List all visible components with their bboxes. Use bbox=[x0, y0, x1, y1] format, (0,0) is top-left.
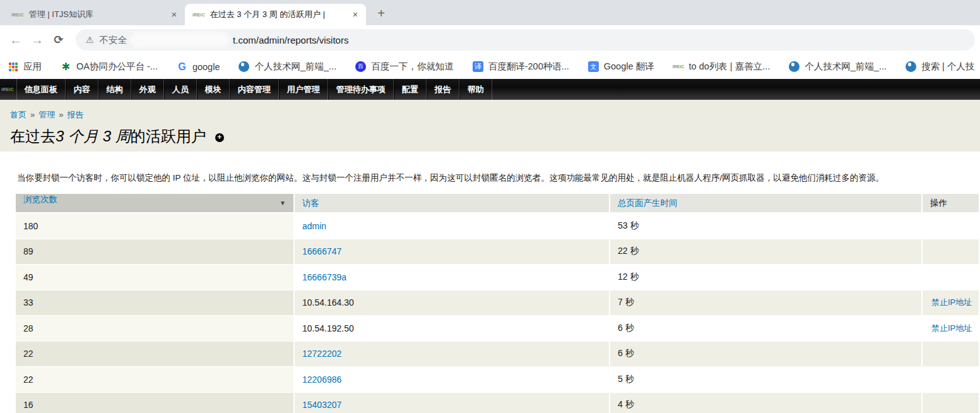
column-sort-link[interactable]: 浏览次数 bbox=[23, 195, 57, 204]
visitors-table: 浏览次数▼访客总页面产生时间操作 180admin53 秒89166667472… bbox=[16, 194, 980, 413]
add-shortcut-icon[interactable]: + bbox=[215, 133, 224, 142]
column-header[interactable]: 总页面产生时间 bbox=[610, 194, 923, 213]
report-description: 当你要封锁一个访客时，你可以锁定他的 IP 位址，以阻止他浏览你的网站。这与封锁… bbox=[16, 172, 980, 184]
bookmark-item[interactable]: 百百度一下，你就知道 bbox=[355, 61, 454, 73]
ban-ip-link[interactable]: 禁止IP地址 bbox=[931, 297, 972, 307]
bookmark-label: 搜索 | 个人技 bbox=[921, 61, 974, 73]
column-sort-link[interactable]: 访客 bbox=[302, 198, 319, 208]
visitor-link[interactable]: 15403207 bbox=[302, 400, 341, 410]
cell-view-count: 22 bbox=[16, 342, 295, 368]
admin-toolbar-item[interactable]: 结构 bbox=[98, 79, 131, 100]
cell-operation: 禁止IP地址 bbox=[923, 316, 980, 342]
visitor-link[interactable]: 12206986 bbox=[302, 374, 341, 385]
navigation-bar: ← → ⟳ ⚠ 不安全 t.com/admin/reports/visitors bbox=[0, 25, 980, 54]
bookmark-label: 个人技术网_前端_... bbox=[254, 61, 336, 73]
tab-close-icon[interactable]: × bbox=[350, 9, 361, 20]
page-title: 在过去 3 个月 3 周 的活跃用户 + bbox=[10, 126, 980, 147]
bookmark-item[interactable]: 文Google 翻译 bbox=[588, 61, 654, 73]
column-sort-link[interactable]: 总页面产生时间 bbox=[618, 198, 678, 208]
bookmark-item[interactable]: iREiCto do列表 | 嘉善立... bbox=[673, 61, 770, 73]
cell-operation bbox=[923, 367, 980, 393]
visitor-link[interactable]: 12722202 bbox=[302, 349, 341, 359]
admin-toolbar-item[interactable]: 模块 bbox=[197, 79, 230, 100]
security-warning-icon[interactable]: ⚠ bbox=[86, 35, 94, 45]
cell-total-time: 6 秒 bbox=[610, 316, 923, 342]
bookmark-label: Google 翻译 bbox=[604, 61, 654, 73]
new-tab-button[interactable]: + bbox=[372, 4, 390, 22]
visitor-link[interactable]: admin bbox=[302, 221, 326, 231]
cell-total-time: 7 秒 bbox=[610, 290, 923, 316]
column-header[interactable]: 访客 bbox=[295, 194, 610, 213]
browser-tab[interactable]: iREiC在过去 3 个月 3 周 的活跃用户 |× bbox=[185, 4, 366, 25]
cell-operation: 禁止IP地址 bbox=[923, 290, 980, 316]
breadcrumb: 首页»管理»报告 bbox=[10, 109, 980, 121]
address-bar[interactable]: ⚠ 不安全 t.com/admin/reports/visitors bbox=[76, 29, 975, 51]
cell-view-count: 33 bbox=[16, 290, 295, 316]
table-row: 22127222026 秒 bbox=[16, 342, 980, 368]
reload-icon[interactable]: ⟳ bbox=[48, 29, 69, 51]
page-content: 当你要封锁一个访客时，你可以锁定他的 IP 位址，以阻止他浏览你的网站。这与封锁… bbox=[0, 172, 980, 413]
url-text[interactable]: t.com/admin/reports/visitors bbox=[233, 35, 348, 45]
bookmark-item[interactable]: 应用 bbox=[8, 61, 42, 73]
admin-toolbar: iREiC 信息面板内容结构外观人员模块内容管理用户管理管理待办事项配置报告帮助 bbox=[0, 79, 980, 100]
baidu-icon: 百 bbox=[355, 61, 366, 72]
cell-view-count: 16 bbox=[16, 393, 295, 413]
bookmark-label: OA协同办公平台 -... bbox=[76, 61, 158, 73]
cell-view-count: 49 bbox=[16, 265, 295, 290]
column-header[interactable]: 浏览次数▼ bbox=[16, 194, 295, 213]
cell-visitor: 12206986 bbox=[295, 367, 610, 393]
baidu-translate-icon: 译 bbox=[473, 61, 483, 72]
cell-total-time: 6 秒 bbox=[610, 342, 923, 368]
page-title-text: 在过去 bbox=[10, 126, 56, 147]
tab-strip: iREiC管理 | ITJS知识库×iREiC在过去 3 个月 3 周 的活跃用… bbox=[0, 0, 980, 25]
bookmark-item[interactable]: 译百度翻译-200种语... bbox=[473, 61, 569, 73]
admin-toolbar-item[interactable]: 配置 bbox=[394, 79, 427, 100]
forward-icon[interactable]: → bbox=[27, 29, 48, 51]
admin-toolbar-item[interactable]: 内容管理 bbox=[230, 79, 279, 100]
column-header: 操作 bbox=[923, 194, 980, 213]
tabs-container: iREiC管理 | ITJS知识库×iREiC在过去 3 个月 3 周 的活跃用… bbox=[4, 4, 366, 25]
green-gear-icon: ✱ bbox=[61, 61, 71, 72]
table-row: 16154032074 秒 bbox=[16, 393, 980, 413]
bookmark-label: google bbox=[192, 62, 220, 72]
admin-toolbar-item[interactable]: 用户管理 bbox=[279, 79, 328, 100]
cell-operation bbox=[923, 393, 980, 413]
admin-toolbar-item[interactable]: 帮助 bbox=[459, 79, 492, 100]
breadcrumb-link[interactable]: 首页 bbox=[10, 110, 27, 119]
admin-toolbar-item[interactable]: 人员 bbox=[164, 79, 197, 100]
admin-toolbar-item[interactable]: 管理待办事项 bbox=[328, 79, 394, 100]
page-header: 首页»管理»报告 在过去 3 个月 3 周 的活跃用户 + bbox=[0, 100, 980, 152]
page-title-period: 3 个月 3 周 bbox=[56, 126, 131, 147]
bookmark-item[interactable]: 搜索 | 个人技 bbox=[906, 61, 974, 73]
sort-descending-icon[interactable]: ▼ bbox=[280, 194, 286, 212]
bookmark-item[interactable]: Ggoogle bbox=[177, 61, 220, 72]
cell-view-count: 89 bbox=[16, 239, 295, 265]
tab-close-icon[interactable]: × bbox=[168, 9, 180, 20]
bookmark-item[interactable]: 个人技术网_前端_... bbox=[239, 61, 336, 73]
cell-total-time: 53 秒 bbox=[610, 213, 923, 239]
browser-tab[interactable]: iREiC管理 | ITJS知识库× bbox=[4, 4, 185, 25]
back-icon[interactable]: ← bbox=[5, 29, 27, 51]
bookmark-item[interactable]: ✱OA协同办公平台 -... bbox=[61, 61, 158, 73]
site-logo-icon: iREiC bbox=[0, 79, 16, 100]
ban-ip-link[interactable]: 禁止IP地址 bbox=[931, 323, 972, 333]
visitor-link[interactable]: 16666747 bbox=[302, 246, 341, 256]
ireic-favicon-icon: iREiC bbox=[11, 13, 24, 17]
admin-toolbar-item[interactable]: 内容 bbox=[66, 79, 98, 100]
breadcrumb-link[interactable]: 报告 bbox=[67, 110, 83, 119]
drupal-icon bbox=[239, 61, 249, 72]
admin-toolbar-item[interactable]: 外观 bbox=[131, 79, 164, 100]
breadcrumb-link[interactable]: 管理 bbox=[38, 110, 55, 119]
table-row: 22122069865 秒 bbox=[16, 367, 980, 393]
admin-toolbar-item[interactable]: 报告 bbox=[427, 79, 459, 100]
cell-visitor: 12722202 bbox=[295, 342, 610, 368]
table-body: 180admin53 秒891666674722 秒4916666739a12 … bbox=[16, 213, 980, 413]
tab-title: 在过去 3 个月 3 周 的活跃用户 | bbox=[210, 9, 345, 20]
breadcrumb-separator: » bbox=[30, 110, 35, 119]
bookmark-item[interactable]: 个人技术网_前端_... bbox=[789, 61, 887, 73]
visitor-link[interactable]: 16666739a bbox=[302, 272, 346, 282]
admin-toolbar-item[interactable]: 信息面板 bbox=[16, 79, 66, 100]
ireic-icon: iREiC bbox=[673, 61, 684, 72]
drupal-icon bbox=[906, 61, 916, 72]
bookmark-label: 个人技术网_前端_... bbox=[805, 61, 887, 73]
